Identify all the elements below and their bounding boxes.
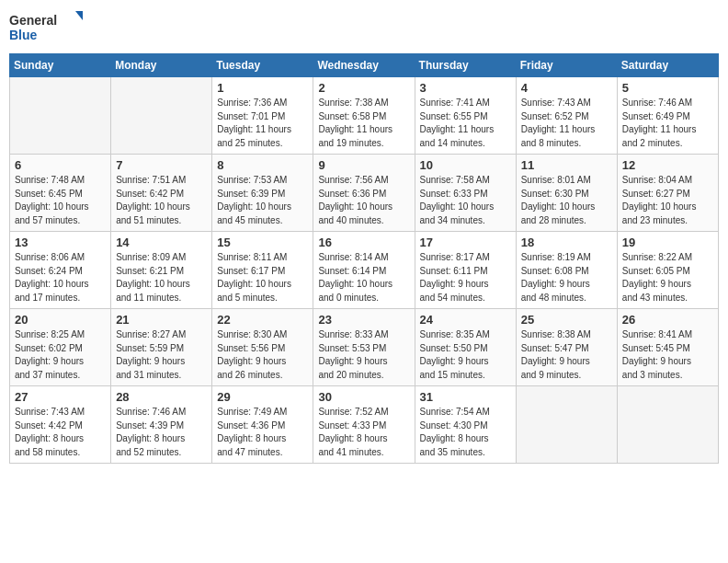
calendar-cell: 19Sunrise: 8:22 AM Sunset: 6:05 PM Dayli…: [617, 232, 718, 309]
day-number: 10: [420, 158, 511, 172]
day-info: Sunrise: 8:41 AM Sunset: 5:45 PM Dayligh…: [622, 328, 713, 382]
day-number: 5: [622, 81, 713, 95]
day-info: Sunrise: 7:53 AM Sunset: 6:39 PM Dayligh…: [217, 174, 308, 227]
calendar-cell: 18Sunrise: 8:19 AM Sunset: 6:08 PM Dayli…: [516, 232, 617, 309]
logo-svg: General Blue: [9, 9, 83, 46]
column-header-monday: Monday: [111, 54, 212, 77]
day-info: Sunrise: 8:11 AM Sunset: 6:17 PM Dayligh…: [217, 251, 308, 304]
calendar-cell: 11Sunrise: 8:01 AM Sunset: 6:30 PM Dayli…: [516, 155, 617, 232]
day-info: Sunrise: 8:27 AM Sunset: 5:59 PM Dayligh…: [116, 328, 207, 382]
calendar-cell: 27Sunrise: 7:43 AM Sunset: 4:42 PM Dayli…: [10, 386, 111, 464]
day-info: Sunrise: 7:38 AM Sunset: 6:58 PM Dayligh…: [318, 97, 409, 150]
day-info: Sunrise: 8:01 AM Sunset: 6:30 PM Dayligh…: [521, 174, 612, 227]
calendar-cell: 4Sunrise: 7:43 AM Sunset: 6:52 PM Daylig…: [516, 77, 617, 155]
day-number: 14: [116, 236, 207, 249]
day-info: Sunrise: 8:25 AM Sunset: 6:02 PM Dayligh…: [15, 328, 106, 382]
day-info: Sunrise: 7:58 AM Sunset: 6:33 PM Dayligh…: [420, 174, 511, 227]
day-info: Sunrise: 8:09 AM Sunset: 6:21 PM Dayligh…: [116, 251, 207, 304]
calendar-cell: 9Sunrise: 7:56 AM Sunset: 6:36 PM Daylig…: [313, 155, 415, 232]
day-info: Sunrise: 8:17 AM Sunset: 6:11 PM Dayligh…: [420, 251, 511, 304]
day-number: 24: [420, 313, 511, 327]
calendar-cell: 3Sunrise: 7:41 AM Sunset: 6:55 PM Daylig…: [415, 77, 516, 155]
day-number: 29: [217, 390, 308, 404]
calendar-cell: 31Sunrise: 7:54 AM Sunset: 4:30 PM Dayli…: [415, 386, 516, 464]
calendar-week-row: 20Sunrise: 8:25 AM Sunset: 6:02 PM Dayli…: [10, 309, 719, 386]
calendar-cell: 13Sunrise: 8:06 AM Sunset: 6:24 PM Dayli…: [10, 232, 111, 309]
calendar-cell: [516, 386, 617, 464]
day-number: 4: [521, 81, 612, 95]
column-header-friday: Friday: [516, 54, 617, 77]
day-info: Sunrise: 8:19 AM Sunset: 6:08 PM Dayligh…: [521, 251, 612, 304]
day-number: 11: [521, 158, 612, 172]
calendar-cell: [10, 77, 111, 155]
day-number: 28: [116, 390, 207, 404]
day-info: Sunrise: 7:49 AM Sunset: 4:36 PM Dayligh…: [217, 406, 308, 459]
calendar-cell: [617, 386, 718, 464]
calendar-table: SundayMondayTuesdayWednesdayThursdayFrid…: [9, 53, 719, 464]
column-header-tuesday: Tuesday: [212, 54, 313, 77]
column-header-sunday: Sunday: [10, 54, 111, 77]
day-number: 30: [318, 390, 409, 404]
calendar-cell: 5Sunrise: 7:46 AM Sunset: 6:49 PM Daylig…: [617, 77, 718, 155]
calendar-week-row: 1Sunrise: 7:36 AM Sunset: 7:01 PM Daylig…: [10, 77, 719, 155]
calendar-cell: 30Sunrise: 7:52 AM Sunset: 4:33 PM Dayli…: [313, 386, 415, 464]
calendar-cell: 7Sunrise: 7:51 AM Sunset: 6:42 PM Daylig…: [111, 155, 212, 232]
day-number: 7: [116, 158, 207, 172]
svg-text:Blue: Blue: [9, 28, 38, 42]
calendar-week-row: 13Sunrise: 8:06 AM Sunset: 6:24 PM Dayli…: [10, 232, 719, 309]
day-number: 12: [622, 158, 713, 172]
day-info: Sunrise: 7:36 AM Sunset: 7:01 PM Dayligh…: [217, 97, 308, 150]
svg-marker-2: [75, 11, 83, 20]
day-info: Sunrise: 7:54 AM Sunset: 4:30 PM Dayligh…: [420, 406, 511, 459]
calendar-cell: 8Sunrise: 7:53 AM Sunset: 6:39 PM Daylig…: [212, 155, 313, 232]
calendar-cell: 25Sunrise: 8:38 AM Sunset: 5:47 PM Dayli…: [516, 309, 617, 386]
svg-text:General: General: [9, 13, 57, 28]
day-number: 1: [217, 81, 308, 95]
day-number: 17: [420, 236, 511, 249]
day-number: 25: [521, 313, 612, 327]
calendar-cell: [111, 77, 212, 155]
calendar-cell: 24Sunrise: 8:35 AM Sunset: 5:50 PM Dayli…: [415, 309, 516, 386]
calendar-cell: 12Sunrise: 8:04 AM Sunset: 6:27 PM Dayli…: [617, 155, 718, 232]
calendar-cell: 16Sunrise: 8:14 AM Sunset: 6:14 PM Dayli…: [313, 232, 415, 309]
calendar-cell: 23Sunrise: 8:33 AM Sunset: 5:53 PM Dayli…: [313, 309, 415, 386]
day-info: Sunrise: 7:43 AM Sunset: 4:42 PM Dayligh…: [15, 406, 106, 459]
calendar-cell: 26Sunrise: 8:41 AM Sunset: 5:45 PM Dayli…: [617, 309, 718, 386]
day-number: 16: [318, 236, 409, 249]
day-info: Sunrise: 7:46 AM Sunset: 6:49 PM Dayligh…: [622, 97, 713, 150]
day-info: Sunrise: 7:41 AM Sunset: 6:55 PM Dayligh…: [420, 97, 511, 150]
day-number: 22: [217, 313, 308, 327]
calendar-cell: 10Sunrise: 7:58 AM Sunset: 6:33 PM Dayli…: [415, 155, 516, 232]
calendar-header-row: SundayMondayTuesdayWednesdayThursdayFrid…: [10, 54, 719, 77]
day-number: 26: [622, 313, 713, 327]
day-info: Sunrise: 7:46 AM Sunset: 4:39 PM Dayligh…: [116, 406, 207, 459]
calendar-cell: 22Sunrise: 8:30 AM Sunset: 5:56 PM Dayli…: [212, 309, 313, 386]
day-number: 2: [318, 81, 409, 95]
day-info: Sunrise: 7:43 AM Sunset: 6:52 PM Dayligh…: [521, 97, 612, 150]
day-info: Sunrise: 7:48 AM Sunset: 6:45 PM Dayligh…: [15, 174, 106, 227]
day-info: Sunrise: 8:35 AM Sunset: 5:50 PM Dayligh…: [420, 328, 511, 382]
calendar-cell: 21Sunrise: 8:27 AM Sunset: 5:59 PM Dayli…: [111, 309, 212, 386]
day-number: 9: [318, 158, 409, 172]
day-number: 31: [420, 390, 511, 404]
page-header: General Blue: [9, 9, 719, 46]
day-number: 21: [116, 313, 207, 327]
calendar-cell: 15Sunrise: 8:11 AM Sunset: 6:17 PM Dayli…: [212, 232, 313, 309]
day-info: Sunrise: 7:56 AM Sunset: 6:36 PM Dayligh…: [318, 174, 409, 227]
calendar-cell: 28Sunrise: 7:46 AM Sunset: 4:39 PM Dayli…: [111, 386, 212, 464]
day-info: Sunrise: 8:22 AM Sunset: 6:05 PM Dayligh…: [622, 251, 713, 304]
column-header-wednesday: Wednesday: [313, 54, 415, 77]
day-info: Sunrise: 8:04 AM Sunset: 6:27 PM Dayligh…: [622, 174, 713, 227]
day-info: Sunrise: 7:52 AM Sunset: 4:33 PM Dayligh…: [318, 406, 409, 459]
calendar-cell: 29Sunrise: 7:49 AM Sunset: 4:36 PM Dayli…: [212, 386, 313, 464]
calendar-cell: 17Sunrise: 8:17 AM Sunset: 6:11 PM Dayli…: [415, 232, 516, 309]
calendar-cell: 20Sunrise: 8:25 AM Sunset: 6:02 PM Dayli…: [10, 309, 111, 386]
calendar-week-row: 27Sunrise: 7:43 AM Sunset: 4:42 PM Dayli…: [10, 386, 719, 464]
calendar-cell: 14Sunrise: 8:09 AM Sunset: 6:21 PM Dayli…: [111, 232, 212, 309]
calendar-week-row: 6Sunrise: 7:48 AM Sunset: 6:45 PM Daylig…: [10, 155, 719, 232]
day-info: Sunrise: 8:33 AM Sunset: 5:53 PM Dayligh…: [318, 328, 409, 382]
day-info: Sunrise: 8:14 AM Sunset: 6:14 PM Dayligh…: [318, 251, 409, 304]
day-number: 18: [521, 236, 612, 249]
day-number: 13: [15, 236, 106, 249]
logo: General Blue: [9, 9, 83, 46]
